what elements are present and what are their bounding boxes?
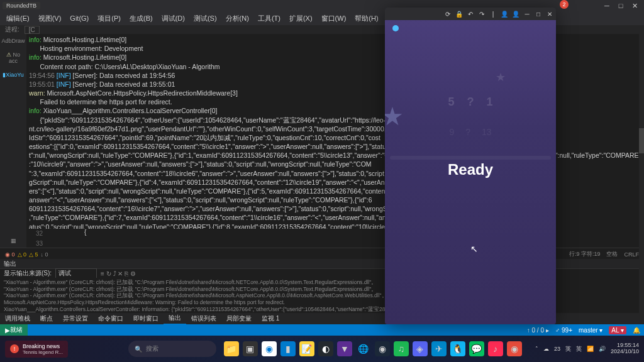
status-account[interactable]: AL ▾ — [609, 326, 626, 334]
vertical-scrollbar[interactable] — [639, 34, 644, 322]
question-numbers-top: 5?1 — [385, 96, 556, 109]
process-label: 进程: — [5, 25, 19, 34]
menu-extensions[interactable]: 扩展(X) — [286, 13, 316, 25]
app-github-icon[interactable]: ◐ — [318, 341, 333, 356]
alert-icon: ! — [10, 344, 19, 353]
mouse-cursor: ↖ — [470, 244, 478, 254]
taskbar: ! Breaking newsTennis legend R... 🔍 搜索 📁… — [0, 336, 644, 362]
mobile-refresh-icon[interactable]: ⟳ — [444, 10, 452, 18]
app-music-icon[interactable]: ♫ — [394, 341, 409, 356]
tab-immediate[interactable]: 即时窗口 — [128, 313, 164, 324]
taskbar-news[interactable]: ! Breaking newsTennis legend R... — [5, 341, 68, 358]
tab-exceptions[interactable]: 异常设置 — [58, 313, 93, 324]
output-toolbar-icons[interactable]: ≡ ↻ ⤴ ✕ ⎘ ⚙ — [101, 270, 136, 277]
output-title: 输出 — [4, 260, 16, 268]
sidebar-icon1[interactable]: ▦ — [0, 236, 26, 245]
tray-clock[interactable]: 19:55:142024/10/10 — [611, 343, 639, 355]
minimize-icon[interactable]: ─ — [602, 1, 611, 10]
search-placeholder: 搜索 — [146, 344, 158, 353]
sidebar-xiaoyu[interactable]: ▮XiaoYu — [0, 70, 26, 79]
indent-mode[interactable]: 空格 — [606, 250, 618, 258]
app-tg-icon[interactable]: ✈ — [431, 341, 447, 356]
app-steam-icon[interactable]: ◉ — [375, 341, 390, 356]
process-dropdown[interactable]: [C — [25, 26, 40, 34]
tab-watch[interactable]: 监视 1 — [257, 313, 284, 324]
tray-wifi-icon[interactable]: 📶 — [587, 346, 594, 352]
close-icon[interactable]: ✕ — [630, 1, 639, 10]
cursor-pos: 行:9 字符:19 — [569, 250, 601, 258]
menu-git[interactable]: Git(G) — [66, 13, 92, 23]
tray-temp[interactable]: 23 — [554, 346, 560, 352]
notification-badge[interactable]: 2 — [560, 0, 569, 9]
tab-callstack[interactable]: 调用堆栈 — [0, 313, 35, 324]
menu-view[interactable]: 视图(V) — [35, 13, 65, 25]
app-misc-icon[interactable]: ◉ — [507, 341, 522, 356]
menu-help[interactable]: 帮助(H) — [351, 13, 382, 25]
ready-label: Ready — [385, 161, 556, 178]
status-bell-icon[interactable]: 🔔 — [633, 327, 640, 334]
app-terminal-icon[interactable]: ▣ — [243, 341, 258, 356]
maximize-icon[interactable]: □ — [616, 1, 625, 10]
app-wechat-icon[interactable]: 💬 — [469, 341, 484, 356]
mobile-close-icon[interactable]: ✕ — [546, 10, 553, 18]
tray-ime[interactable]: 英 — [576, 345, 582, 353]
menu-analyze[interactable]: 分析(N) — [222, 13, 253, 25]
sidebar-noacc[interactable]: ⚠ No acc — [0, 50, 26, 65]
tray-cloud-icon[interactable]: ☁ — [543, 346, 549, 352]
mobile-preview-window: ⟳ 🔒 ↶ ↷ | 👤 👤 ─ □ ✕ ★ ★ 5?1 9?13 Ready — [385, 8, 556, 324]
tab-locals[interactable]: 局部变量 — [221, 313, 257, 324]
problems-counts[interactable]: ◉ 0 △ 0 △ 5 ↓ 0 — [5, 251, 48, 258]
mobile-bar-icon[interactable]: | — [489, 10, 497, 18]
mobile-lock-icon[interactable]: 🔒 — [455, 10, 463, 18]
mobile-app-screen[interactable]: ★ ★ 5?1 9?13 Ready — [385, 20, 556, 324]
question-numbers-bottom: 9?13 — [385, 127, 556, 137]
app-discord-icon[interactable]: ◈ — [413, 341, 428, 356]
tray-chevron-icon[interactable]: ˄ — [535, 346, 538, 352]
star-icon: ★ — [496, 70, 506, 84]
menu-tools[interactable]: 工具(T) — [254, 13, 284, 25]
tab-command[interactable]: 命令窗口 — [93, 313, 128, 324]
output-source-label: 显示输出来源(S): — [4, 269, 52, 278]
status-ready: ▶ 就绪 — [0, 324, 28, 336]
output-source-select[interactable]: 调试 — [55, 268, 97, 278]
tab-output[interactable]: 输出 — [164, 312, 186, 325]
tray-volume-icon[interactable]: 🔊 — [599, 346, 606, 352]
sidebar-adb[interactable]: AdbDraw — [0, 36, 26, 45]
mobile-forward-icon[interactable]: ↷ — [478, 10, 486, 18]
menu-edit[interactable]: 编辑(E) — [3, 13, 33, 25]
tab-errorlist[interactable]: 错误列表 — [186, 313, 221, 324]
app-code-icon[interactable]: ▮ — [280, 341, 296, 356]
status-cache[interactable]: ♂ 99+ — [555, 327, 572, 334]
mobile-titlebar: ⟳ 🔒 ↶ ↷ | 👤 👤 ─ □ ✕ — [385, 8, 556, 20]
status-branch[interactable]: master ▾ — [579, 327, 602, 334]
app-edge-icon[interactable]: ◉ — [262, 341, 277, 356]
statusbar: ▶ 就绪 ↑ 0 / 0 ▸ ♂ 99+ master ▾ AL ▾ 🔔 — [0, 324, 644, 336]
app-explorer-icon[interactable]: 📁 — [224, 341, 239, 356]
menu-window[interactable]: 窗口(W) — [318, 13, 350, 25]
tab-breakpoints[interactable]: 断点 — [35, 313, 58, 324]
taskbar-apps: 📁 ▣ ◉ ▮ 📝 ◐ ▼ 🌐 ◉ ♫ ◈ ✈ 🐧 💬 ♪ ◉ — [224, 341, 522, 356]
eol-mode[interactable]: CRLF — [624, 251, 639, 258]
mobile-back-icon[interactable]: ↶ — [467, 10, 474, 18]
mobile-user2-icon[interactable]: 👤 — [512, 10, 519, 18]
app-notes-icon[interactable]: 📝 — [299, 341, 314, 356]
mobile-user-icon[interactable]: 👤 — [501, 10, 508, 18]
app-qq-icon[interactable]: 🐧 — [450, 341, 465, 356]
mobile-minimize-icon[interactable]: ─ — [523, 10, 531, 18]
system-tray: ˄ ☁ 23 英 英 📶 🔊 19:55:142024/10/10 — [535, 343, 639, 355]
menu-project[interactable]: 项目(P) — [94, 13, 125, 25]
rounded-tb-badge: RoundedTB — [3, 2, 40, 9]
search-icon: 🔍 — [135, 346, 142, 353]
app-douyin-icon[interactable]: ♪ — [488, 341, 503, 356]
app-chrome-icon[interactable]: 🌐 — [356, 341, 371, 356]
sidebar: AdbDraw ⚠ No acc ▮XiaoYu ▦ ⬒ — [0, 34, 26, 259]
menu-build[interactable]: 生成(B) — [126, 13, 157, 25]
app-vs-icon[interactable]: ▼ — [337, 341, 352, 356]
mobile-maximize-icon[interactable]: □ — [535, 10, 542, 18]
tray-lang[interactable]: 英 — [565, 345, 571, 353]
taskbar-search[interactable]: 🔍 搜索 — [128, 341, 216, 357]
status-add[interactable]: ↑ 0 / 0 ▸ — [527, 327, 549, 334]
avatar-dot — [392, 25, 399, 31]
menu-debug[interactable]: 调试(D) — [158, 13, 189, 25]
menu-test[interactable]: 测试(S) — [190, 13, 221, 25]
